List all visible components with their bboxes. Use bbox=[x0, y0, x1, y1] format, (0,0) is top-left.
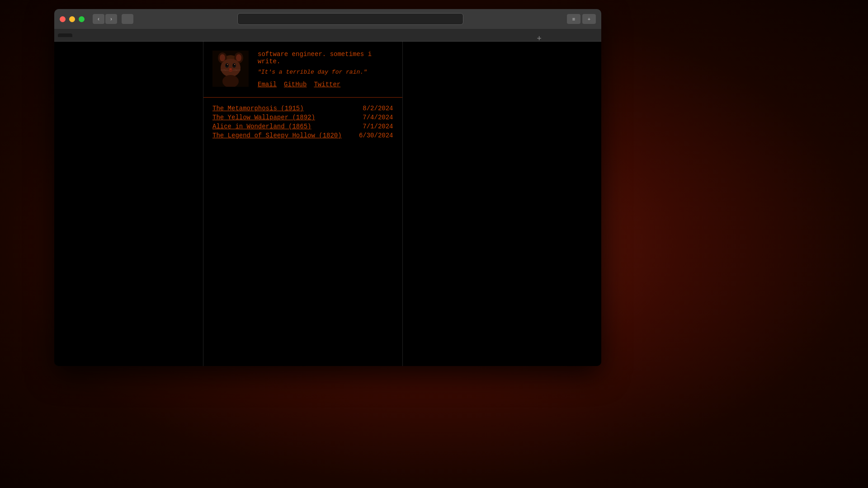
nav-buttons: ‹ › bbox=[93, 14, 117, 24]
address-bar-container bbox=[142, 13, 559, 25]
post-date-3: 6/30/2024 bbox=[359, 132, 393, 139]
new-tab-icon[interactable]: + bbox=[537, 34, 542, 43]
svg-point-4 bbox=[220, 54, 225, 61]
svg-point-11 bbox=[227, 64, 228, 65]
post-item-3: The Legend of Sleepy Hollow (1820) 6/30/… bbox=[212, 132, 393, 139]
sidebar-toggle[interactable] bbox=[122, 14, 133, 24]
forward-button[interactable]: › bbox=[105, 14, 117, 24]
svg-point-13 bbox=[229, 68, 232, 70]
right-sidebar bbox=[403, 42, 602, 366]
tab-strip: + bbox=[54, 29, 601, 42]
profile-quote: "It's a terrible day for rain." bbox=[258, 69, 393, 75]
post-item-2: Alice in Wonderland (1865) 7/1/2024 bbox=[212, 123, 393, 130]
profile-info: software engineer. sometimes i write. "I… bbox=[258, 51, 393, 88]
svg-point-6 bbox=[221, 59, 241, 77]
post-link-0[interactable]: The Metamorphosis (1915) bbox=[212, 105, 304, 112]
browser-window: ‹ › ≡ + + bbox=[54, 9, 601, 366]
titlebar: ‹ › ≡ + bbox=[54, 9, 601, 29]
minimize-button[interactable] bbox=[69, 16, 75, 22]
avatar bbox=[212, 51, 249, 87]
page-content: software engineer. sometimes i write. "I… bbox=[54, 42, 601, 366]
post-link-1[interactable]: The Yellow Wallpaper (1892) bbox=[212, 114, 315, 121]
back-button[interactable]: ‹ bbox=[93, 14, 104, 24]
email-link[interactable]: Email bbox=[258, 81, 277, 88]
post-link-2[interactable]: Alice in Wonderland (1865) bbox=[212, 123, 311, 130]
post-item-1: The Yellow Wallpaper (1892) 7/4/2024 bbox=[212, 114, 393, 121]
twitter-link[interactable]: Twitter bbox=[314, 81, 340, 88]
post-item-0: The Metamorphosis (1915) 8/2/2024 bbox=[212, 105, 393, 112]
main-content: software engineer. sometimes i write. "I… bbox=[203, 42, 403, 366]
tab-list-button[interactable]: ≡ bbox=[567, 14, 580, 24]
profile-section: software engineer. sometimes i write. "I… bbox=[203, 42, 402, 98]
address-bar[interactable] bbox=[237, 13, 463, 25]
profile-links: Email GitHub Twitter bbox=[258, 81, 393, 88]
post-link-3[interactable]: The Legend of Sleepy Hollow (1820) bbox=[212, 132, 342, 139]
left-sidebar bbox=[54, 42, 203, 366]
profile-tagline: software engineer. sometimes i write. bbox=[258, 51, 393, 65]
tab-controls: ≡ + bbox=[567, 14, 596, 24]
posts-list: The Metamorphosis (1915) 8/2/2024 The Ye… bbox=[203, 98, 402, 148]
close-button[interactable] bbox=[60, 16, 66, 22]
svg-point-5 bbox=[236, 54, 241, 61]
svg-point-12 bbox=[234, 64, 235, 65]
post-date-0: 8/2/2024 bbox=[363, 105, 393, 112]
avatar-image bbox=[212, 51, 249, 87]
new-tab-button[interactable]: + bbox=[582, 14, 596, 24]
github-link[interactable]: GitHub bbox=[284, 81, 307, 88]
post-date-2: 7/1/2024 bbox=[363, 123, 393, 130]
post-date-1: 7/4/2024 bbox=[363, 114, 393, 121]
maximize-button[interactable] bbox=[79, 16, 85, 22]
active-tab[interactable] bbox=[58, 33, 72, 37]
